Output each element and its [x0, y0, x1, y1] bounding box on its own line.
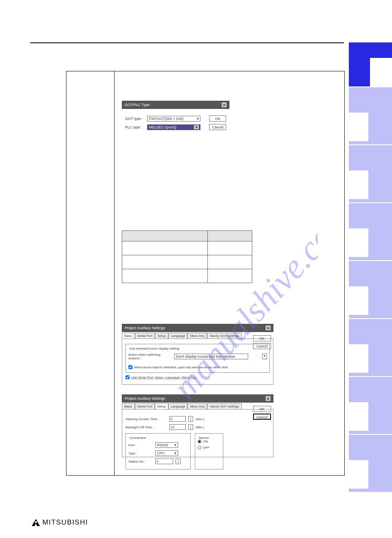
type-label: Type : [128, 452, 153, 455]
spinner-buttons[interactable]: ▴▾ [188, 424, 193, 430]
tab-basic[interactable]: Basic [122, 333, 135, 339]
opening-screen-spinner[interactable]: 0 [170, 416, 186, 422]
tab-menu-key[interactable]: Menu Key [187, 403, 207, 409]
tab-setup[interactable]: Setup [155, 403, 168, 409]
fieldset-title: Key window/Cursor display setting [128, 347, 181, 350]
project-aux-settings-dialog-setup: Project Auxiliary Settings ✕ Basic Seria… [122, 394, 273, 457]
tab-handy-got[interactable]: Handy GOT settings [207, 403, 241, 409]
plc-type-select[interactable]: MELSEC-QnA/Q▾ [147, 124, 200, 130]
dialog3-title-bar: Project Auxiliary Settings ✕ [122, 394, 273, 403]
dialog3-tabs: Basic Serial Port Setup Language Menu Ke… [122, 403, 273, 409]
dialog3-title: Project Auxiliary Settings [125, 396, 165, 401]
checkbox1-label: When touch input is detected, open key w… [134, 365, 228, 369]
project-aux-settings-dialog-basic: Project Auxiliary Settings ✕ Basic Seria… [122, 324, 273, 385]
plc-type-label: PLC type : [125, 125, 145, 129]
station-spinner[interactable]: 0 [155, 458, 173, 464]
buzzer-fieldset: Buzzer ON OFF [195, 433, 223, 469]
svg-marker-1 [35, 519, 37, 521]
buzzer-off-radio[interactable]: OFF [198, 446, 220, 449]
type-value: CPU [157, 451, 165, 455]
buzzer-on-radio[interactable]: ON [198, 440, 220, 443]
logo-text: MITSUBISHI [42, 518, 88, 527]
backlight-spinner[interactable]: 10 [170, 424, 186, 430]
connection-fieldset: Connection Port : RS422▾ Type : CPU▾ Sta… [126, 433, 191, 469]
svg-marker-2 [32, 521, 36, 526]
close-icon[interactable]: ✕ [266, 396, 271, 401]
got-type-label: GOT type : [125, 117, 145, 121]
tab-serial-port[interactable]: Serial Port [135, 333, 155, 339]
got-type-select[interactable]: F94*GOT(320 × 240)▾ [147, 116, 200, 122]
backlight-unit: (Min.) [196, 425, 204, 429]
radio-icon [198, 440, 201, 443]
main-content-box: GOT/PLC Type ✕ GOT type : F94*GOT(320 × … [66, 71, 345, 476]
action-label: Action when switching screens : [128, 353, 172, 360]
opening-screen-label: Opening Screen Time : [126, 417, 167, 421]
checkbox-input[interactable] [128, 365, 132, 369]
checkbox2-label: Use Serial Port, Setup, Language, Menu K… [131, 376, 196, 379]
chevron-down-icon: ▾ [197, 117, 199, 121]
type-select[interactable]: CPU▾ [155, 450, 178, 456]
dialog2-title: Project Auxiliary Settings [125, 326, 165, 330]
buzzer-title: Buzzer [198, 436, 210, 440]
opening-unit: (Sec.) [196, 417, 204, 421]
cancel-button[interactable]: Cancel [253, 414, 271, 420]
ok-button[interactable]: OK [253, 335, 271, 341]
checkbox-open-key-window[interactable]: When touch input is detected, open key w… [128, 365, 228, 369]
tab-handy-got[interactable]: Handy GOT settings [207, 333, 241, 339]
port-label: Port : [128, 443, 153, 447]
dialog2-tabs: Basic Serial Port Setup Language Menu Ke… [122, 333, 273, 339]
cancel-button[interactable]: Cancel [253, 343, 271, 349]
spinner-buttons[interactable]: ▴▾ [176, 458, 181, 464]
action-select[interactable]: Don't display cursor and key window [174, 354, 248, 359]
key-window-fieldset: Key window/Cursor display setting Action… [126, 344, 270, 373]
checkbox-use-serial-port[interactable]: Use Serial Port, Setup, Language, Menu K… [126, 375, 196, 379]
mitsubishi-logo: MITSUBISHI [32, 518, 88, 527]
mitsubishi-logo-icon [32, 519, 40, 526]
port-value: RS422 [157, 443, 168, 447]
checkbox-input[interactable] [126, 375, 130, 379]
tab-serial-port[interactable]: Serial Port [135, 403, 155, 409]
dialog1-title: GOT/PLC Type [125, 103, 150, 107]
chevron-down-icon: ▾ [194, 125, 199, 129]
tab-basic[interactable]: Basic [122, 403, 135, 409]
cancel-button[interactable]: Cancel [209, 124, 226, 130]
chevron-down-icon: ▾ [262, 354, 267, 359]
station-value: 0 [156, 460, 158, 463]
got-type-value: F94*GOT(320 × 240) [149, 117, 183, 121]
station-label: Station No : [128, 460, 153, 463]
dialog1-title-bar: GOT/PLC Type ✕ [122, 101, 229, 109]
svg-marker-3 [36, 521, 40, 526]
plc-type-value: MELSEC-QnA/Q [149, 125, 176, 129]
top-divider [30, 42, 344, 43]
ok-button[interactable]: OK [253, 406, 271, 412]
action-value: Don't display cursor and key window [176, 354, 235, 359]
close-icon[interactable]: ✕ [266, 325, 271, 330]
opening-value: 0 [171, 417, 172, 421]
right-sidebar [349, 42, 392, 493]
right-column: GOT/PLC Type ✕ GOT type : F94*GOT(320 × … [115, 71, 344, 475]
spinner-buttons[interactable]: ▴▾ [188, 416, 193, 422]
spec-table [122, 230, 252, 283]
dialog2-title-bar: Project Auxiliary Settings ✕ [122, 324, 273, 332]
left-column [66, 71, 115, 475]
backlight-label: Backlight Off Time : [126, 425, 167, 429]
close-icon[interactable]: ✕ [222, 102, 227, 107]
tab-language[interactable]: Language [168, 403, 188, 409]
port-select[interactable]: RS422▾ [155, 442, 178, 448]
radio-icon [198, 446, 201, 449]
tab-setup[interactable]: Setup [155, 333, 168, 339]
off-label: OFF [203, 446, 209, 449]
tab-menu-key[interactable]: Menu Key [187, 333, 207, 339]
tab-language[interactable]: Language [168, 333, 188, 339]
got-plc-type-dialog: GOT/PLC Type ✕ GOT type : F94*GOT(320 × … [122, 101, 229, 137]
on-label: ON [203, 440, 208, 443]
backlight-value: 10 [171, 425, 174, 429]
ok-button[interactable]: OK [209, 115, 226, 122]
connection-title: Connection [128, 436, 147, 440]
